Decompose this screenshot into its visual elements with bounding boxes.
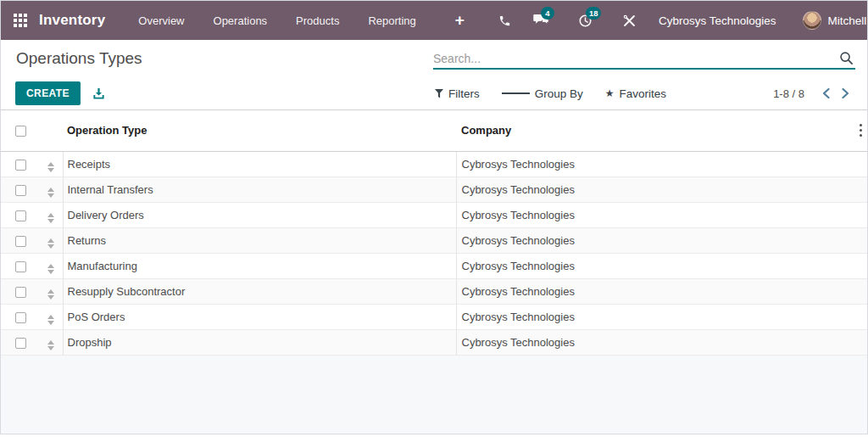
- table-row[interactable]: Dropship Cybrosys Technologies: [1, 329, 867, 355]
- operation-type-cell[interactable]: Manufacturing: [63, 253, 456, 278]
- row-end-cell: [852, 253, 867, 278]
- pager: 1-8 / 8: [773, 85, 855, 102]
- drag-handle-icon[interactable]: [47, 213, 54, 223]
- row-checkbox[interactable]: [15, 210, 26, 221]
- activities-badge: 18: [586, 7, 602, 20]
- search-box: [433, 51, 855, 70]
- operation-type-cell[interactable]: PoS Orders: [63, 304, 456, 329]
- drag-handle-icon[interactable]: [47, 188, 54, 198]
- optional-columns-toggle-icon[interactable]: [852, 121, 867, 140]
- pager-previous-button[interactable]: [816, 85, 836, 102]
- row-checkbox[interactable]: [15, 312, 26, 323]
- company-cell[interactable]: Cybrosys Technologies: [456, 253, 852, 278]
- row-checkbox[interactable]: [15, 236, 26, 247]
- control-panel-top: Operations Types: [1, 40, 867, 77]
- row-handle-cell: [40, 253, 63, 278]
- row-end-cell: [852, 202, 867, 227]
- drag-handle-icon[interactable]: [47, 162, 54, 172]
- menu-operations[interactable]: Operations: [203, 3, 278, 39]
- search-options: Filters Group By ★ Favorites: [435, 87, 688, 100]
- row-checkbox[interactable]: [15, 287, 26, 298]
- systray: + 4 18: [444, 3, 868, 38]
- user-name: Mitchell Admin: [827, 14, 868, 27]
- menu-products[interactable]: Products: [286, 3, 349, 39]
- group-by-button[interactable]: Group By: [502, 87, 583, 100]
- table-row[interactable]: PoS Orders Cybrosys Technologies: [1, 304, 867, 329]
- company-cell[interactable]: Cybrosys Technologies: [456, 151, 852, 176]
- row-end-cell: [852, 151, 867, 176]
- phone-icon: [498, 14, 511, 27]
- operation-type-cell[interactable]: Returns: [63, 227, 456, 253]
- table-row[interactable]: Returns Cybrosys Technologies: [1, 227, 867, 253]
- menu-overview[interactable]: Overview: [128, 3, 194, 39]
- row-checkbox[interactable]: [15, 185, 26, 196]
- tools-button[interactable]: [612, 4, 647, 37]
- activities-button[interactable]: 18: [567, 3, 604, 38]
- favorites-button[interactable]: ★ Favorites: [605, 87, 666, 100]
- plus-icon: +: [455, 14, 465, 26]
- row-handle-cell: [40, 227, 63, 253]
- drag-handle-icon[interactable]: [47, 264, 54, 274]
- company-cell[interactable]: Cybrosys Technologies: [456, 202, 852, 227]
- operation-type-cell[interactable]: Resupply Subcontractor: [63, 278, 456, 304]
- row-end-cell: [852, 176, 867, 202]
- create-button[interactable]: CREATE: [15, 81, 81, 105]
- row-checkbox[interactable]: [15, 160, 26, 171]
- table-row[interactable]: Delivery Orders Cybrosys Technologies: [1, 202, 867, 227]
- voip-button[interactable]: [487, 4, 522, 37]
- company-cell[interactable]: Cybrosys Technologies: [456, 278, 852, 304]
- filter-funnel-icon: [435, 89, 443, 98]
- pager-value[interactable]: 1-8 / 8: [773, 87, 804, 100]
- table-row[interactable]: Manufacturing Cybrosys Technologies: [1, 253, 867, 278]
- company-cell[interactable]: Cybrosys Technologies: [456, 304, 852, 329]
- download-icon: [92, 87, 105, 100]
- filters-button[interactable]: Filters: [435, 87, 480, 100]
- pager-next-button[interactable]: [836, 85, 855, 102]
- drag-handle-icon[interactable]: [47, 315, 54, 325]
- chevron-right-icon: [842, 88, 849, 98]
- search-input[interactable]: [433, 52, 837, 65]
- quick-create-button[interactable]: +: [444, 4, 476, 36]
- app-name[interactable]: Inventory: [39, 12, 105, 29]
- row-select-cell: [1, 227, 40, 253]
- row-handle-cell: [40, 202, 63, 227]
- operation-type-cell[interactable]: Delivery Orders: [63, 202, 456, 227]
- table-row[interactable]: Receipts Cybrosys Technologies: [1, 151, 867, 176]
- apps-menu-button[interactable]: [14, 12, 27, 29]
- table-row[interactable]: Resupply Subcontractor Cybrosys Technolo…: [1, 278, 867, 304]
- operation-type-cell[interactable]: Dropship: [63, 329, 456, 355]
- row-checkbox[interactable]: [15, 261, 26, 272]
- drag-handle-icon[interactable]: [47, 238, 54, 249]
- row-select-cell: [1, 329, 40, 355]
- control-panel-bottom: CREATE Filters Group By ★ Favorites: [1, 77, 867, 110]
- company-cell[interactable]: Cybrosys Technologies: [456, 176, 852, 202]
- user-avatar: [803, 11, 821, 30]
- search-button[interactable]: [837, 51, 855, 65]
- row-handle-cell: [40, 304, 63, 329]
- row-checkbox[interactable]: [15, 338, 26, 349]
- column-header-company[interactable]: Company: [456, 110, 852, 151]
- row-handle-cell: [40, 329, 63, 355]
- user-menu[interactable]: Mitchell Admin: [803, 11, 868, 30]
- export-button[interactable]: [92, 87, 105, 100]
- operation-type-cell[interactable]: Internal Transfers: [63, 176, 456, 202]
- list-view: Operation Type Company: [1, 110, 867, 434]
- row-select-cell: [1, 278, 40, 304]
- messages-button[interactable]: 4: [522, 3, 560, 37]
- company-cell[interactable]: Cybrosys Technologies: [456, 227, 852, 253]
- table-row[interactable]: Internal Transfers Cybrosys Technologies: [1, 176, 867, 202]
- menu-reporting[interactable]: Reporting: [358, 3, 426, 39]
- select-all-checkbox[interactable]: [15, 126, 26, 137]
- company-switcher[interactable]: Cybrosys Technologies: [659, 14, 776, 27]
- optional-columns-cell: [852, 110, 867, 151]
- row-select-cell: [1, 202, 40, 227]
- drag-handle-icon[interactable]: [47, 340, 54, 350]
- apps-grid-icon: [14, 14, 27, 27]
- drag-handle-icon[interactable]: [47, 289, 54, 300]
- filters-label: Filters: [448, 87, 480, 100]
- column-header-operation-type[interactable]: Operation Type: [63, 110, 456, 151]
- operation-type-cell[interactable]: Receipts: [63, 151, 456, 176]
- company-cell[interactable]: Cybrosys Technologies: [456, 329, 852, 355]
- row-select-cell: [1, 176, 40, 202]
- wrench-icon: [623, 14, 636, 27]
